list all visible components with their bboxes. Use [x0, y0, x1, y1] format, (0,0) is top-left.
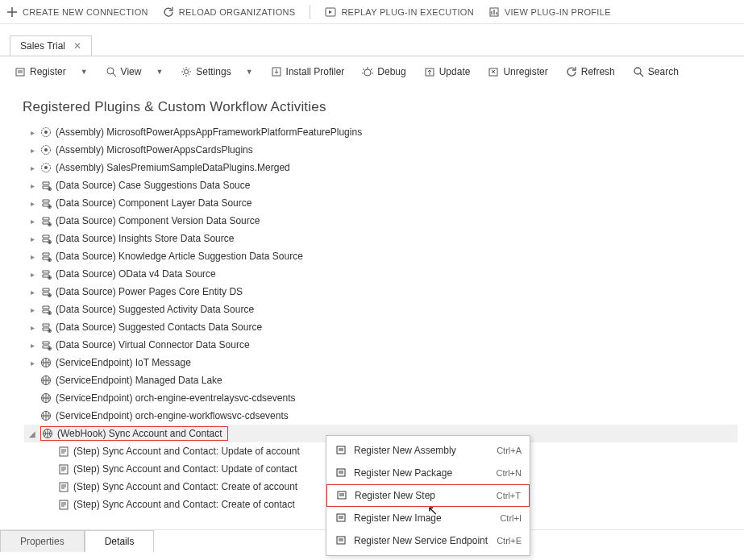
tree-row-label: (Assembly) MicrosoftPowerAppsCardsPlugin…	[56, 144, 253, 156]
update-icon	[424, 66, 435, 77]
endpoint-icon	[40, 410, 52, 421]
tree-row[interactable]: (ServiceEndpoint) orch-engine-workflowsv…	[24, 407, 738, 425]
tree-twisty-expanded-icon[interactable]: ◢	[28, 429, 36, 438]
menu-item-label: Register New Package	[354, 467, 490, 479]
tree-row[interactable]: ▸(Assembly) MicrosoftPowerAppsCardsPlugi…	[24, 141, 738, 159]
update-button[interactable]: Update	[424, 66, 471, 77]
tree-twisty-collapsed-icon[interactable]: ▸	[28, 199, 36, 208]
menu-item-shortcut: Ctrl+E	[497, 536, 522, 545]
chevron-down-icon[interactable]: ▼	[246, 68, 253, 76]
view-profile-button[interactable]: VIEW PLUG-IN PROFILE	[488, 6, 611, 18]
tree-twisty-collapsed-icon[interactable]: ▸	[28, 323, 36, 332]
tree-row[interactable]: ▸(Data Source) Suggested Contacts Data S…	[24, 318, 738, 336]
tree-row-label: (Step) Sync Account and Contact: Update …	[73, 463, 297, 475]
tree-twisty-collapsed-icon[interactable]: ▸	[28, 164, 36, 172]
chevron-down-icon[interactable]: ▼	[156, 68, 163, 76]
datasource-icon	[40, 286, 52, 297]
tree-row[interactable]: ▸(Data Source) Component Version Data So…	[24, 212, 738, 230]
tab-details[interactable]: Details	[85, 530, 155, 552]
refresh-label: Refresh	[581, 66, 615, 77]
toolbar: Register ▼ View ▼ Settings ▼ Install Pro…	[0, 56, 744, 88]
create-connection-button[interactable]: CREATE NEW CONNECTION	[6, 6, 148, 18]
tree-row[interactable]: ▸(Data Source) OData v4 Data Source	[24, 265, 738, 283]
gear-icon	[181, 66, 192, 77]
tree-row[interactable]: (ServiceEndpoint) Managed Data Lake	[24, 371, 738, 389]
tree-row-label: (Data Source) Insights Store Data Source	[56, 233, 234, 244]
install-icon	[271, 66, 282, 77]
register-icon	[335, 512, 347, 525]
search-label: Search	[648, 66, 679, 77]
tree-row[interactable]: ▸(Data Source) Insights Store Data Sourc…	[24, 230, 738, 247]
tree-row[interactable]: ▸(Data Source) Virtual Connector Data So…	[24, 336, 738, 354]
replay-plugin-button[interactable]: REPLAY PLUG-IN EXECUTION	[325, 6, 474, 18]
tree-twisty-collapsed-icon[interactable]: ▸	[28, 234, 36, 243]
tree-row[interactable]: ▸(Data Source) Case Suggestions Data Sou…	[24, 176, 738, 194]
tree-row[interactable]: (ServiceEndpoint) orch-engine-eventrelay…	[24, 389, 738, 407]
menu-item[interactable]: Register New ImageCtrl+I	[326, 507, 530, 529]
tree-row[interactable]: ▸(Data Source) Component Layer Data Sour…	[24, 194, 738, 212]
menu-item[interactable]: Register New StepCtrl+T	[326, 484, 530, 507]
tree-row[interactable]: ▸(Assembly) MicrosoftPowerAppsAppFramewo…	[24, 123, 738, 141]
register-icon	[335, 444, 347, 458]
unregister-button[interactable]: Unregister	[488, 66, 547, 77]
tree-row[interactable]: ▸(Data Source) Power Pages Core Entity D…	[24, 283, 738, 301]
tree-row-content: (Step) Sync Account and Contact: Create …	[58, 481, 297, 492]
tree-twisty-collapsed-icon[interactable]: ▸	[28, 217, 36, 226]
search-button[interactable]: Search	[633, 66, 679, 77]
context-menu[interactable]: Register New AssemblyCtrl+ARegister New …	[326, 435, 530, 552]
register-icon	[335, 467, 347, 480]
view-label: View	[121, 66, 142, 77]
menu-item-shortcut: Ctrl+A	[497, 446, 522, 455]
tree-twisty-collapsed-icon[interactable]: ▸	[28, 288, 36, 297]
tree-row-content: (WebHook) Sync Account and Contact	[40, 426, 228, 441]
tree-row-label: (Data Source) Knowledge Article Suggesti…	[56, 251, 303, 262]
tree-twisty-collapsed-icon[interactable]: ▸	[28, 146, 36, 155]
register-icon	[335, 489, 348, 503]
unregister-label: Unregister	[503, 66, 547, 77]
debug-icon	[362, 66, 373, 77]
chevron-down-icon[interactable]: ▼	[81, 68, 88, 76]
step-icon	[58, 463, 69, 475]
tree-twisty-collapsed-icon[interactable]: ▸	[28, 181, 36, 190]
tree-row-label: (Data Source) Virtual Connector Data Sou…	[56, 339, 250, 351]
tree-row-label: (Step) Sync Account and Contact: Update …	[73, 446, 300, 457]
tree-twisty-collapsed-icon[interactable]: ▸	[28, 270, 36, 279]
reload-orgs-button[interactable]: RELOAD ORGANIZATIONS	[163, 6, 296, 18]
tree-row[interactable]: ▸(Assembly) SalesPremiumSampleDataPlugin…	[24, 159, 738, 176]
settings-dropdown[interactable]: Settings	[181, 66, 231, 77]
register-dropdown[interactable]: Register	[15, 66, 66, 77]
datasource-icon	[40, 233, 52, 244]
install-profiler-button[interactable]: Install Profiler	[271, 66, 345, 77]
tree-row[interactable]: ▸(ServiceEndpoint) IoT Message	[24, 354, 738, 371]
tree-row[interactable]: ▸(Data Source) Knowledge Article Suggest…	[24, 247, 738, 265]
tree-row-label: (Data Source) Case Suggestions Data Souc…	[56, 180, 250, 191]
register-icon	[335, 534, 347, 548]
tree-twisty-collapsed-icon[interactable]: ▸	[28, 359, 36, 367]
tree-row[interactable]: ▸(Data Source) Suggested Activity Data S…	[24, 301, 738, 318]
tree-row-label: (Step) Sync Account and Contact: Create …	[73, 499, 295, 510]
tab-sales-trial[interactable]: Sales Trial ✕	[10, 35, 92, 56]
tree-twisty-collapsed-icon[interactable]: ▸	[28, 305, 36, 314]
refresh-button[interactable]: Refresh	[566, 66, 615, 77]
view-dropdown[interactable]: View	[106, 66, 142, 77]
tree-twisty-collapsed-icon[interactable]: ▸	[28, 128, 36, 137]
tab-properties[interactable]: Properties	[0, 530, 85, 552]
tree-row-label: (ServiceEndpoint) Managed Data Lake	[56, 375, 222, 386]
search-icon	[633, 66, 644, 77]
menu-item[interactable]: Register New PackageCtrl+N	[326, 462, 530, 484]
view-profile-label: VIEW PLUG-IN PROFILE	[505, 7, 611, 17]
menu-item-label: Register New Service Endpoint	[354, 535, 490, 546]
menu-item[interactable]: Register New Service EndpointCtrl+E	[326, 529, 530, 552]
tree-twisty-collapsed-icon[interactable]: ▸	[28, 252, 36, 261]
menu-item-label: Register New Step	[355, 490, 490, 501]
datasource-icon	[40, 321, 52, 333]
close-icon[interactable]: ✕	[73, 40, 81, 52]
menu-item[interactable]: Register New AssemblyCtrl+A	[326, 439, 530, 462]
tree-row-content: (Assembly) SalesPremiumSampleDataPlugins…	[40, 162, 290, 173]
debug-button[interactable]: Debug	[362, 66, 405, 77]
menu-item-shortcut: Ctrl+N	[497, 468, 522, 478]
datasource-icon	[40, 180, 52, 191]
tree-twisty-collapsed-icon[interactable]: ▸	[28, 341, 36, 350]
tree-row-label: (ServiceEndpoint) orch-engine-eventrelay…	[56, 392, 295, 404]
step-icon	[58, 499, 69, 510]
